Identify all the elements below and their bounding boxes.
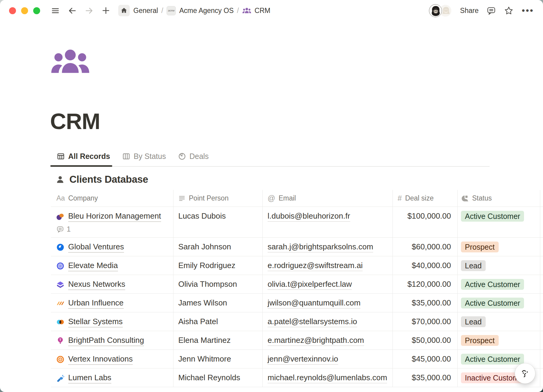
status-badge[interactable]: Prospect [461,335,499,346]
point-person-cell[interactable]: Lucas Dubois [173,207,262,237]
deal-size-cell[interactable]: $100,000.00 [392,207,457,237]
email-link[interactable]: e.rodriguez@swiftstream.ai [268,260,363,271]
home-button[interactable] [118,5,130,16]
table-row[interactable]: Elevate MediaEmily Rodrigueze.rodriguez@… [51,256,543,275]
minimize-window-button[interactable] [21,7,28,14]
email-cell[interactable]: michael.reynolds@lumenlabs.com [262,368,392,387]
company-link[interactable]: Lumen Labs [68,372,111,384]
company-cell[interactable]: Nexus Networks [51,275,173,293]
company-cell[interactable]: Bleu Horizon Management1 [51,207,173,237]
page-icon-people[interactable] [50,47,90,77]
status-cell[interactable]: Active Customer [457,207,540,237]
email-cell[interactable]: olivia.t@pixelperfect.law [262,275,392,293]
company-link[interactable]: BrightPath Consulting [68,335,144,346]
company-cell[interactable]: Vertex Innovations [51,350,173,368]
deal-size-cell[interactable]: $35,000.00 [392,368,457,387]
table-row[interactable]: Global VenturesSarah Johnsonsarah.j@brig… [51,238,543,256]
status-badge[interactable]: Lead [461,260,486,271]
email-link[interactable]: l.dubois@bleuhorizon.fr [268,211,350,222]
status-badge[interactable]: Active Customer [461,279,524,290]
more-options-icon[interactable]: ••• [522,9,534,12]
email-cell[interactable]: jwilson@quantumquill.com [262,294,392,312]
back-icon[interactable] [68,6,77,15]
company-cell[interactable]: Urban Influence [51,294,173,312]
tab-by-status[interactable]: By Status [122,151,167,162]
company-link[interactable]: Urban Influence [68,298,124,309]
company-link[interactable]: Bleu Horizon Management [68,211,161,222]
table-row[interactable]: Nexus NetworksOlivia Thompsonolivia.t@pi… [51,275,543,294]
deal-size-cell[interactable]: $40,000.00 [392,256,457,275]
column-header-status[interactable]: Status [457,190,540,207]
table-row[interactable]: TBrightPath ConsultingElena Martineze.ma… [51,331,543,350]
status-badge[interactable]: Active Customer [461,298,524,308]
company-link[interactable]: Stellar Systems [68,316,123,327]
deal-size-cell[interactable]: $70,000.00 [392,312,457,331]
deal-size-cell[interactable]: $35,000.00 [392,294,457,312]
status-badge[interactable]: Active Customer [461,354,524,365]
email-link[interactable]: michael.reynolds@lumenlabs.com [268,372,387,383]
table-row[interactable]: Urban InfluenceJames Wilsonjwilson@quant… [51,294,543,312]
new-page-icon[interactable] [102,6,110,15]
status-cell[interactable]: Lead [457,256,540,275]
email-link[interactable]: a.patel@stellarsystems.io [268,316,357,327]
status-cell[interactable]: Active Customer [457,294,540,312]
status-badge[interactable]: Active Customer [461,211,524,222]
status-badge[interactable]: Prospect [461,242,499,252]
breadcrumb-general[interactable]: General [133,7,158,15]
column-header-email[interactable]: @Email [262,190,392,207]
email-link[interactable]: sarah.j@brightsparksolns.com [268,242,373,252]
favorite-star-icon[interactable] [504,6,513,15]
comment-count[interactable]: 1 [56,225,171,233]
status-cell[interactable]: Lead [457,312,540,331]
column-header-company[interactable]: AaCompany [51,190,173,207]
column-header-point-person[interactable]: Point Person [173,190,262,207]
column-header-deal-size[interactable]: #Deal size [392,190,457,207]
forward-icon[interactable] [85,6,94,15]
database-title[interactable]: Clients Database [69,174,148,185]
company-cell[interactable]: Stellar Systems [51,312,173,331]
share-button[interactable]: Share [460,7,478,15]
point-person-cell[interactable]: Elena Martinez [173,331,262,349]
company-link[interactable]: Elevate Media [68,260,118,271]
deal-size-cell[interactable]: $45,000.00 [392,350,457,368]
company-cell[interactable]: Global Ventures [51,238,173,256]
tab-all-records[interactable]: All Records [56,151,111,162]
company-link[interactable]: Nexus Networks [68,279,125,290]
email-link[interactable]: jenn@vertexinnov.io [268,354,338,365]
email-cell[interactable]: jenn@vertexinnov.io [262,350,392,368]
point-person-cell[interactable]: Sarah Johnson [173,238,262,256]
table-row[interactable]: Lumen LabsMichael Reynoldsmichael.reynol… [51,368,543,387]
email-link[interactable]: olivia.t@pixelperfect.law [268,279,352,290]
close-window-button[interactable] [9,7,16,14]
email-link[interactable]: jwilson@quantumquill.com [268,298,360,308]
table-row[interactable]: Vertex InnovationsJenn Whitmorejenn@vert… [51,350,543,368]
company-cell[interactable]: Elevate Media [51,256,173,275]
table-row[interactable]: Stellar SystemsAisha Patela.patel@stella… [51,312,543,331]
deal-size-cell[interactable]: $120,000.00 [392,275,457,293]
comments-icon[interactable] [487,6,496,15]
email-cell[interactable]: sarah.j@brightsparksolns.com [262,238,392,256]
company-link[interactable]: Global Ventures [68,242,124,253]
company-link[interactable]: Vertex Innovations [68,354,133,365]
point-person-cell[interactable]: James Wilson [173,294,262,312]
tab-deals[interactable]: Deals [177,151,209,162]
email-cell[interactable]: e.rodriguez@swiftstream.ai [262,256,392,275]
email-cell[interactable]: l.dubois@bleuhorizon.fr [262,207,392,237]
email-cell[interactable]: a.patel@stellarsystems.io [262,312,392,331]
status-cell[interactable]: Prospect [457,238,540,256]
point-person-cell[interactable]: Emily Rodriguez [173,256,262,275]
status-cell[interactable]: Prospect [457,331,540,349]
collaborator-avatars[interactable] [429,4,452,17]
company-cell[interactable]: TBrightPath Consulting [51,331,173,349]
deal-size-cell[interactable]: $50,000.00 [392,331,457,349]
sidebar-menu-icon[interactable] [51,6,60,15]
email-link[interactable]: e.martinez@brightpath.com [268,335,364,346]
table-row[interactable]: Bleu Horizon Management1Lucas Duboisl.du… [51,207,543,238]
point-person-cell[interactable]: Aisha Patel [173,312,262,331]
breadcrumb-crm[interactable]: CRM [255,7,270,15]
deal-size-cell[interactable]: $60,000.00 [392,238,457,256]
zoom-window-button[interactable] [33,7,40,14]
breadcrumb-acme-agency-os[interactable]: Acme Agency OS [179,7,233,15]
company-cell[interactable]: Lumen Labs [51,368,173,387]
status-cell[interactable]: Active Customer [457,275,540,293]
